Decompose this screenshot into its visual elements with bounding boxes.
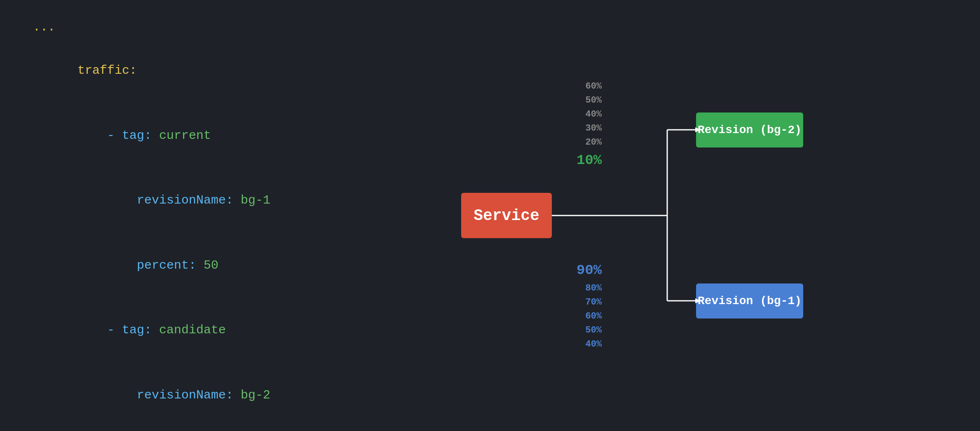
pct-90: 90% (577, 260, 602, 281)
percent-50b: percent: 50 (33, 428, 272, 431)
revision-bg2-label: Revision (bg-2) (698, 124, 802, 136)
revision-bg1-box: Revision (bg-1) (696, 283, 803, 319)
pct-70: 70% (586, 295, 602, 309)
pct-40: 40% (586, 108, 602, 122)
code-panel: ... traffic: - tag: current revisionName… (0, 0, 272, 431)
pct-bottom-group: 90% 80% 70% 60% 50% 40% (577, 260, 602, 351)
pct-60b: 60% (586, 309, 602, 323)
diagram-panel: 60% 50% 40% 30% 20% 10% 90% 80% 70% 60% … (272, 0, 980, 431)
pct-50: 50% (586, 94, 602, 108)
pct-60: 60% (586, 80, 602, 94)
percent-50a: percent: 50 (33, 233, 272, 298)
revision-bg2: revisionName: bg-2 (33, 363, 272, 428)
diagram-inner: 60% 50% 40% 30% 20% 10% 90% 80% 70% 60% … (441, 71, 811, 360)
pct-10: 10% (577, 150, 602, 171)
main-container: ... traffic: - tag: current revisionName… (0, 0, 980, 431)
pct-30: 30% (586, 122, 602, 136)
service-label: Service (474, 207, 539, 225)
pct-40b: 40% (586, 337, 602, 351)
service-box: Service (461, 193, 552, 238)
revision-bg1-label: Revision (bg-1) (698, 295, 802, 307)
tag-current: - tag: current (33, 103, 272, 168)
pct-top-group: 60% 50% 40% 30% 20% 10% (577, 80, 602, 171)
traffic-key: traffic: (33, 38, 272, 103)
pct-80: 80% (586, 281, 602, 295)
pct-50b: 50% (586, 323, 602, 337)
tag-candidate: - tag: candidate (33, 298, 272, 363)
ellipsis-line: ... (33, 16, 272, 38)
revision-bg2-box: Revision (bg-2) (696, 112, 803, 148)
pct-20: 20% (586, 136, 602, 150)
revision-bg1: revisionName: bg-1 (33, 168, 272, 233)
